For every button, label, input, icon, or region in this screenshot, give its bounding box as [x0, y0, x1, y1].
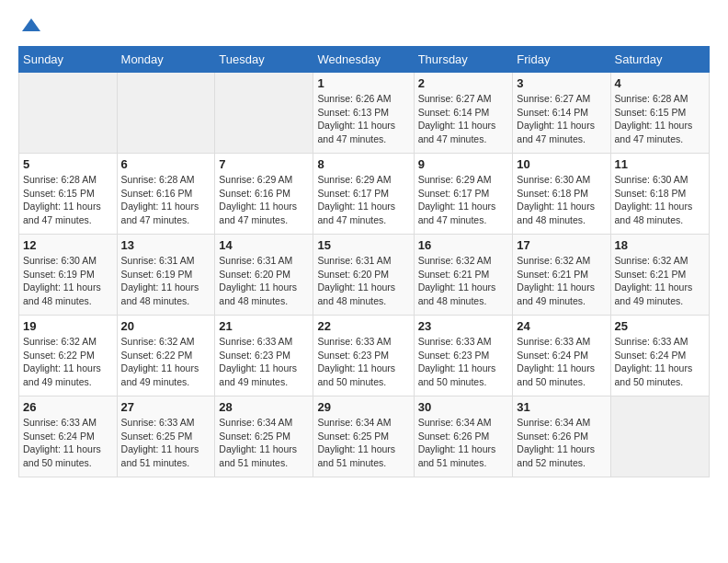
day-info: Sunrise: 6:31 AM Sunset: 6:20 PM Dayligh…	[219, 254, 309, 308]
day-info: Sunrise: 6:34 AM Sunset: 6:25 PM Dayligh…	[219, 416, 309, 470]
day-number: 4	[615, 76, 705, 90]
day-number: 31	[517, 400, 606, 414]
calendar-cell	[610, 396, 709, 477]
calendar-cell: 2Sunrise: 6:27 AM Sunset: 6:14 PM Daylig…	[414, 73, 513, 154]
calendar-cell: 24Sunrise: 6:33 AM Sunset: 6:24 PM Dayli…	[513, 316, 610, 396]
day-info: Sunrise: 6:31 AM Sunset: 6:19 PM Dayligh…	[121, 254, 211, 308]
calendar-cell: 14Sunrise: 6:31 AM Sunset: 6:20 PM Dayli…	[215, 235, 313, 316]
day-info: Sunrise: 6:33 AM Sunset: 6:23 PM Dayligh…	[317, 335, 409, 389]
calendar-cell	[215, 73, 313, 154]
day-number: 27	[121, 400, 211, 414]
day-info: Sunrise: 6:34 AM Sunset: 6:26 PM Dayligh…	[517, 416, 606, 470]
day-number: 21	[219, 319, 309, 333]
day-info: Sunrise: 6:29 AM Sunset: 6:16 PM Dayligh…	[219, 173, 309, 227]
day-of-week-tuesday: Tuesday	[215, 47, 313, 73]
day-info: Sunrise: 6:32 AM Sunset: 6:22 PM Dayligh…	[23, 335, 113, 389]
calendar-week-row: 1Sunrise: 6:26 AM Sunset: 6:13 PM Daylig…	[19, 73, 710, 154]
calendar-cell: 27Sunrise: 6:33 AM Sunset: 6:25 PM Dayli…	[117, 396, 215, 477]
day-info: Sunrise: 6:30 AM Sunset: 6:18 PM Dayligh…	[517, 173, 606, 227]
day-number: 11	[615, 157, 705, 171]
day-info: Sunrise: 6:32 AM Sunset: 6:21 PM Dayligh…	[418, 254, 509, 308]
day-number: 6	[121, 157, 211, 171]
day-number: 28	[219, 400, 309, 414]
svg-marker-0	[22, 18, 40, 31]
day-of-week-friday: Friday	[513, 47, 610, 73]
day-info: Sunrise: 6:33 AM Sunset: 6:23 PM Dayligh…	[418, 335, 509, 389]
day-number: 24	[517, 319, 606, 333]
day-number: 14	[219, 238, 309, 252]
day-info: Sunrise: 6:32 AM Sunset: 6:21 PM Dayligh…	[517, 254, 606, 308]
calendar-week-row: 12Sunrise: 6:30 AM Sunset: 6:19 PM Dayli…	[19, 235, 710, 316]
day-info: Sunrise: 6:32 AM Sunset: 6:22 PM Dayligh…	[121, 335, 211, 389]
logo	[18, 15, 42, 37]
day-number: 10	[517, 157, 606, 171]
day-number: 25	[615, 319, 705, 333]
day-info: Sunrise: 6:27 AM Sunset: 6:14 PM Dayligh…	[517, 92, 606, 146]
calendar-cell	[117, 73, 215, 154]
day-number: 15	[317, 238, 409, 252]
day-number: 3	[517, 76, 606, 90]
day-number: 2	[418, 76, 509, 90]
header	[18, 15, 710, 37]
calendar-cell: 21Sunrise: 6:33 AM Sunset: 6:23 PM Dayli…	[215, 316, 313, 396]
calendar-cell: 31Sunrise: 6:34 AM Sunset: 6:26 PM Dayli…	[513, 396, 610, 477]
calendar-cell: 13Sunrise: 6:31 AM Sunset: 6:19 PM Dayli…	[117, 235, 215, 316]
day-info: Sunrise: 6:30 AM Sunset: 6:19 PM Dayligh…	[23, 254, 113, 308]
day-info: Sunrise: 6:26 AM Sunset: 6:13 PM Dayligh…	[317, 92, 409, 146]
calendar-cell: 17Sunrise: 6:32 AM Sunset: 6:21 PM Dayli…	[513, 235, 610, 316]
calendar-week-row: 26Sunrise: 6:33 AM Sunset: 6:24 PM Dayli…	[19, 396, 710, 477]
calendar-cell: 4Sunrise: 6:28 AM Sunset: 6:15 PM Daylig…	[610, 73, 709, 154]
calendar-cell: 28Sunrise: 6:34 AM Sunset: 6:25 PM Dayli…	[215, 396, 313, 477]
calendar-cell: 25Sunrise: 6:33 AM Sunset: 6:24 PM Dayli…	[610, 316, 709, 396]
day-info: Sunrise: 6:28 AM Sunset: 6:15 PM Dayligh…	[23, 173, 113, 227]
day-info: Sunrise: 6:33 AM Sunset: 6:25 PM Dayligh…	[121, 416, 211, 470]
day-number: 12	[23, 238, 113, 252]
logo-icon	[20, 15, 42, 37]
day-of-week-monday: Monday	[117, 47, 215, 73]
day-number: 26	[23, 400, 113, 414]
calendar-cell: 20Sunrise: 6:32 AM Sunset: 6:22 PM Dayli…	[117, 316, 215, 396]
day-info: Sunrise: 6:28 AM Sunset: 6:16 PM Dayligh…	[121, 173, 211, 227]
day-number: 30	[418, 400, 509, 414]
day-number: 1	[317, 76, 409, 90]
day-info: Sunrise: 6:27 AM Sunset: 6:14 PM Dayligh…	[418, 92, 509, 146]
day-info: Sunrise: 6:33 AM Sunset: 6:24 PM Dayligh…	[517, 335, 606, 389]
day-info: Sunrise: 6:28 AM Sunset: 6:15 PM Dayligh…	[615, 92, 705, 146]
calendar-cell: 22Sunrise: 6:33 AM Sunset: 6:23 PM Dayli…	[313, 316, 414, 396]
calendar-cell: 29Sunrise: 6:34 AM Sunset: 6:25 PM Dayli…	[313, 396, 414, 477]
day-number: 13	[121, 238, 211, 252]
day-number: 9	[418, 157, 509, 171]
day-number: 19	[23, 319, 113, 333]
calendar-week-row: 19Sunrise: 6:32 AM Sunset: 6:22 PM Dayli…	[19, 316, 710, 396]
day-info: Sunrise: 6:34 AM Sunset: 6:25 PM Dayligh…	[317, 416, 409, 470]
calendar-cell: 19Sunrise: 6:32 AM Sunset: 6:22 PM Dayli…	[19, 316, 118, 396]
calendar-cell: 18Sunrise: 6:32 AM Sunset: 6:21 PM Dayli…	[610, 235, 709, 316]
day-number: 7	[219, 157, 309, 171]
calendar-cell: 9Sunrise: 6:29 AM Sunset: 6:17 PM Daylig…	[414, 154, 513, 235]
day-of-week-saturday: Saturday	[610, 47, 709, 73]
day-info: Sunrise: 6:32 AM Sunset: 6:21 PM Dayligh…	[615, 254, 705, 308]
day-info: Sunrise: 6:29 AM Sunset: 6:17 PM Dayligh…	[317, 173, 409, 227]
day-info: Sunrise: 6:33 AM Sunset: 6:24 PM Dayligh…	[615, 335, 705, 389]
day-info: Sunrise: 6:31 AM Sunset: 6:20 PM Dayligh…	[317, 254, 409, 308]
calendar-cell: 5Sunrise: 6:28 AM Sunset: 6:15 PM Daylig…	[19, 154, 118, 235]
day-info: Sunrise: 6:33 AM Sunset: 6:23 PM Dayligh…	[219, 335, 309, 389]
day-of-week-thursday: Thursday	[414, 47, 513, 73]
calendar-cell: 15Sunrise: 6:31 AM Sunset: 6:20 PM Dayli…	[313, 235, 414, 316]
calendar-cell: 8Sunrise: 6:29 AM Sunset: 6:17 PM Daylig…	[313, 154, 414, 235]
calendar-cell: 11Sunrise: 6:30 AM Sunset: 6:18 PM Dayli…	[610, 154, 709, 235]
day-number: 20	[121, 319, 211, 333]
day-number: 23	[418, 319, 509, 333]
calendar-cell: 7Sunrise: 6:29 AM Sunset: 6:16 PM Daylig…	[215, 154, 313, 235]
day-number: 22	[317, 319, 409, 333]
day-number: 8	[317, 157, 409, 171]
day-of-week-sunday: Sunday	[19, 47, 118, 73]
day-info: Sunrise: 6:34 AM Sunset: 6:26 PM Dayligh…	[418, 416, 509, 470]
calendar-cell: 6Sunrise: 6:28 AM Sunset: 6:16 PM Daylig…	[117, 154, 215, 235]
day-number: 16	[418, 238, 509, 252]
day-number: 18	[615, 238, 705, 252]
day-of-week-wednesday: Wednesday	[313, 47, 414, 73]
day-number: 29	[317, 400, 409, 414]
day-info: Sunrise: 6:30 AM Sunset: 6:18 PM Dayligh…	[615, 173, 705, 227]
day-info: Sunrise: 6:33 AM Sunset: 6:24 PM Dayligh…	[23, 416, 113, 470]
